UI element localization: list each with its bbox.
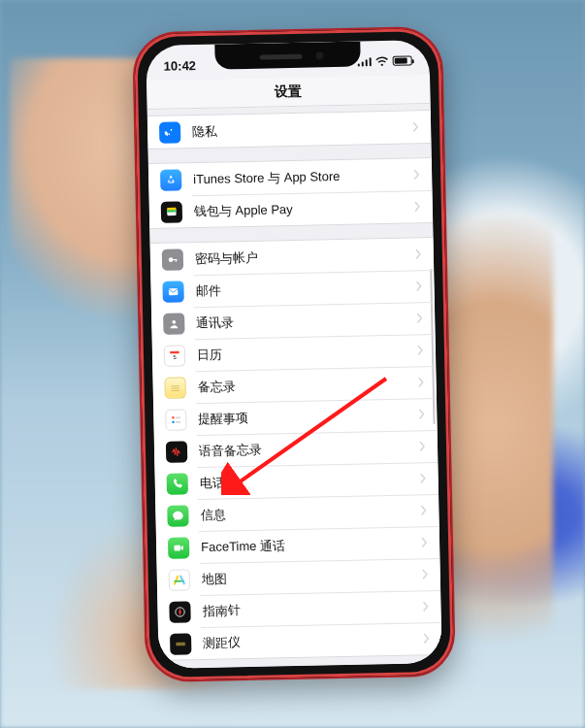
- row-label: iTunes Store 与 App Store: [193, 166, 413, 188]
- maps-icon: [169, 569, 190, 590]
- privacy-icon: [159, 121, 180, 143]
- chevron-right-icon: [416, 313, 423, 323]
- status-time: 10:42: [164, 58, 197, 74]
- row-label: FaceTime 通话: [201, 534, 421, 556]
- chevron-right-icon: [419, 441, 426, 451]
- svg-rect-5: [176, 258, 177, 261]
- chevron-right-icon: [418, 409, 425, 419]
- svg-rect-16: [176, 421, 180, 422]
- page-title: 设置: [275, 83, 302, 101]
- phone-icon: [167, 473, 188, 494]
- compass-icon: [169, 601, 190, 622]
- row-label: 邮件: [195, 278, 415, 300]
- notes-icon: [164, 377, 185, 398]
- settings-list[interactable]: 隐私 iTunes Store 与 App Store 钱包与 Apple: [147, 104, 442, 669]
- calendar-icon: 5: [164, 345, 185, 366]
- svg-rect-17: [174, 545, 180, 550]
- row-label: 地图: [202, 566, 422, 588]
- chevron-right-icon: [412, 121, 419, 132]
- svg-point-13: [172, 416, 174, 418]
- row-label: 电话: [200, 470, 420, 492]
- battery-icon: [393, 55, 412, 65]
- chevron-right-icon: [422, 569, 429, 579]
- chevron-right-icon: [420, 473, 427, 483]
- row-label: 备忘录: [197, 374, 417, 396]
- chevron-right-icon: [417, 345, 424, 355]
- row-label: 密码与帐户: [195, 246, 415, 268]
- contacts-icon: [163, 313, 184, 334]
- chevron-right-icon: [413, 169, 420, 180]
- row-label: 隐私: [192, 118, 412, 141]
- cellular-signal-icon: [357, 56, 372, 66]
- settings-group-2: iTunes Store 与 App Store 钱包与 Apple Pay: [148, 157, 433, 229]
- chevron-right-icon: [423, 633, 430, 644]
- chevron-right-icon: [415, 281, 422, 291]
- row-label: 指南针: [202, 598, 422, 620]
- row-label: 测距仪: [203, 630, 423, 652]
- row-label: 提醒事项: [198, 406, 418, 428]
- row-label: 信息: [200, 502, 420, 524]
- settings-row-privacy[interactable]: 隐私: [147, 111, 432, 149]
- row-label: 钱包与 Apple Pay: [194, 198, 414, 220]
- chevron-right-icon: [414, 201, 421, 212]
- mail-icon: [162, 281, 183, 302]
- svg-rect-15: [176, 416, 180, 417]
- chevron-right-icon: [418, 377, 425, 387]
- svg-rect-8: [170, 350, 179, 353]
- chevron-right-icon: [415, 248, 422, 259]
- iphone-device-frame: 10:42 设置 隐私: [132, 26, 456, 683]
- svg-point-7: [172, 319, 176, 323]
- reminders-icon: [165, 409, 186, 430]
- svg-point-14: [172, 420, 174, 422]
- chevron-right-icon: [420, 505, 427, 515]
- settings-group-3: 密码与帐户 邮件 通讯录: [150, 237, 442, 661]
- svg-rect-2: [167, 210, 176, 213]
- settings-row-measure[interactable]: 测距仪: [158, 622, 442, 660]
- row-label: 通讯录: [196, 310, 416, 332]
- wallet-icon: [161, 201, 182, 222]
- status-indicators: [357, 55, 412, 66]
- chevron-right-icon: [421, 537, 428, 547]
- app-store-icon: [160, 169, 181, 190]
- messages-icon: [167, 505, 188, 526]
- svg-text:5: 5: [173, 354, 176, 360]
- row-label: 语音备忘录: [199, 438, 419, 460]
- notch: [214, 41, 361, 69]
- voice-memos-icon: [166, 441, 187, 462]
- screen: 10:42 设置 隐私: [146, 40, 441, 669]
- key-icon: [162, 248, 183, 270]
- facetime-icon: [168, 537, 189, 558]
- wifi-icon: [375, 56, 389, 66]
- row-label: 日历: [197, 342, 417, 364]
- measure-icon: [170, 633, 191, 654]
- settings-group-1: 隐私: [147, 110, 432, 149]
- settings-row-wallet[interactable]: 钱包与 Apple Pay: [149, 190, 434, 228]
- chevron-right-icon: [422, 601, 429, 612]
